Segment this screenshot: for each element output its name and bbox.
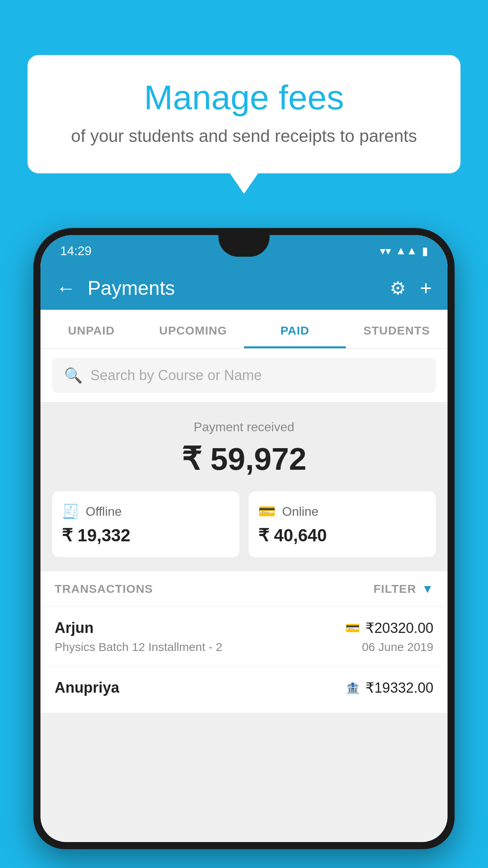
transaction-amount-1: ₹19332.00 [365,680,433,696]
tab-unpaid[interactable]: UNPAID [40,310,142,348]
phone-container: 14:29 ▾▾ ▲▲ ▮ ← Payments ⚙ + [33,228,455,868]
filter-container[interactable]: FILTER ▼ [374,582,433,596]
transaction-row-0-bottom: Physics Batch 12 Installment - 2 06 June… [55,640,433,654]
online-label: Online [282,504,319,519]
signal-icon: ▲▲ [396,245,417,257]
app-header: ← Payments ⚙ + [40,267,448,310]
offline-label: Offline [86,504,122,519]
gear-icon[interactable]: ⚙ [390,278,406,299]
tab-upcoming[interactable]: UPCOMING [142,310,244,348]
back-button[interactable]: ← [56,277,76,300]
phone-outer: 14:29 ▾▾ ▲▲ ▮ ← Payments ⚙ + [33,228,455,849]
search-container: 🔍 Search by Course or Name [40,349,448,403]
transaction-row-0-top: Arjun 💳 ₹20320.00 [55,620,433,636]
payment-total-amount: ₹ 59,972 [52,441,436,477]
wifi-icon: ▾▾ [380,245,391,257]
transaction-amount-0: ₹20320.00 [365,620,433,636]
payment-summary: Payment received ₹ 59,972 🧾 Offline ₹ 19… [40,403,448,571]
search-placeholder: Search by Course or Name [90,367,262,384]
offline-card: 🧾 Offline ₹ 19,332 [52,491,239,557]
status-time: 14:29 [60,244,92,258]
speech-bubble-container: Manage fees of your students and send re… [28,55,460,173]
status-bar: 14:29 ▾▾ ▲▲ ▮ [40,235,448,267]
transaction-name-0: Arjun [55,620,94,636]
filter-label: FILTER [374,582,416,596]
payment-cards: 🧾 Offline ₹ 19,332 💳 Online ₹ 40,640 [52,491,436,557]
bubble-title: Manage fees [59,79,429,117]
transaction-name-1: Anupriya [55,679,119,696]
transaction-amount-area-1: 🏦 ₹19332.00 [345,680,433,696]
header-left: ← Payments [56,277,175,300]
battery-icon: ▮ [422,245,428,257]
speech-bubble: Manage fees of your students and send re… [28,55,460,173]
search-icon: 🔍 [64,367,83,384]
online-card: 💳 Online ₹ 40,640 [249,491,436,557]
transaction-amount-area-0: 💳 ₹20320.00 [345,620,433,636]
transaction-method-icon-0: 💳 [345,621,360,635]
online-amount: ₹ 40,640 [258,525,426,545]
tabs-container: UNPAID UPCOMING PAID STUDENTS [40,310,448,349]
transaction-course-0: Physics Batch 12 Installment - 2 [55,640,222,654]
transactions-header: TRANSACTIONS FILTER ▼ [40,571,448,607]
page-title: Payments [88,277,175,300]
online-icon: 💳 [258,503,276,520]
offline-icon: 🧾 [62,503,79,520]
transaction-method-icon-1: 🏦 [345,681,360,695]
offline-amount: ₹ 19,332 [62,525,230,545]
status-icons: ▾▾ ▲▲ ▮ [380,245,428,257]
bubble-subtitle: of your students and send receipts to pa… [59,126,429,146]
transaction-row-0[interactable]: Arjun 💳 ₹20320.00 Physics Batch 12 Insta… [40,607,448,667]
transactions-label: TRANSACTIONS [55,582,153,596]
tab-students[interactable]: STUDENTS [346,310,448,348]
phone-inner: 14:29 ▾▾ ▲▲ ▮ ← Payments ⚙ + [40,235,448,842]
transaction-row-1[interactable]: Anupriya 🏦 ₹19332.00 [40,667,448,713]
search-bar[interactable]: 🔍 Search by Course or Name [52,358,436,393]
transaction-date-0: 06 June 2019 [362,640,433,654]
filter-icon: ▼ [422,582,433,596]
notch [218,235,270,257]
tab-paid[interactable]: PAID [244,310,346,348]
add-icon[interactable]: + [420,276,432,300]
offline-card-header: 🧾 Offline [62,503,230,520]
header-right: ⚙ + [390,276,432,300]
payment-received-label: Payment received [52,420,436,434]
online-card-header: 💳 Online [258,503,426,520]
transaction-row-1-top: Anupriya 🏦 ₹19332.00 [55,679,433,696]
